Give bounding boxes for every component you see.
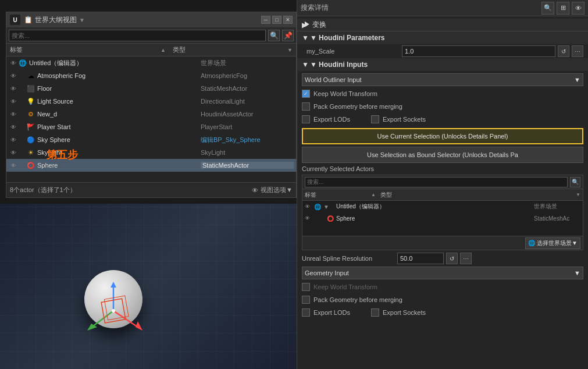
mini-search-btn[interactable]: 🔍 — [570, 177, 580, 187]
currently-selected-actors-label: Currently Selected Actors — [297, 164, 588, 173]
use-bound-selector-button[interactable]: Use Selection as Bound Selector (Unlocks… — [302, 147, 583, 163]
outliner-list: 👁 🌐 Untitled（编辑器） 世界场景 👁 ☁ Atmospheric F… — [6, 56, 296, 182]
outliner-search-input[interactable] — [9, 30, 266, 41]
svg-marker-1 — [111, 282, 116, 288]
geometry-input-dropdown[interactable]: Geometry Input ▼ — [302, 267, 583, 279]
type-column-header: 类型 ▼ — [169, 45, 296, 54]
item-type-icon: ☀ — [26, 148, 35, 157]
houdini-params-header[interactable]: ▼ ▼ Houdini Parameters — [297, 31, 588, 44]
svg-point-8 — [112, 309, 115, 313]
export-lods2-checkbox[interactable] — [302, 308, 310, 317]
list-item[interactable]: 👁 🚩 Player Start PlayerStart — [6, 120, 296, 133]
item-type-icon: ⚙ — [26, 109, 35, 119]
mini-list: 👁 🌐 ▼ Untitled（编辑器） 世界场景 👁 ⭕ Sphere Stat… — [302, 201, 583, 236]
param-name: my_Scale — [307, 48, 400, 55]
item-type-icon: 🌐 — [18, 58, 27, 68]
viewport — [0, 204, 297, 369]
grid-view-btn[interactable]: ⊞ — [557, 2, 569, 15]
item-type: AtmosphericFog — [201, 72, 294, 79]
visibility-icon: 👁 — [9, 162, 18, 169]
close-button[interactable]: ✕ — [283, 16, 293, 24]
transform-gizmo — [84, 282, 142, 340]
list-item[interactable]: 👁 ⚙ New_d HoudiniAssetActor — [6, 108, 296, 120]
pack-geometry2-checkbox[interactable] — [302, 296, 310, 304]
visibility-icon: 👁 — [9, 150, 18, 156]
mini-eye-icon: 👁 — [305, 215, 313, 221]
param-reset-btn[interactable]: ↺ — [558, 45, 569, 57]
pin-button[interactable]: 📌 — [282, 30, 294, 41]
ue-logo: U — [10, 15, 20, 25]
transform-label: ▶ 变换 — [304, 20, 326, 30]
export-sockets2-checkbox[interactable] — [371, 308, 379, 317]
mini-item-type: 世界场景 — [534, 203, 580, 211]
maximize-button[interactable]: □ — [272, 16, 281, 24]
item-indent: ⬛ — [18, 84, 37, 93]
export-sockets-checkbox[interactable] — [371, 115, 379, 123]
actor-count: 8个actor（选择了1个） — [10, 186, 76, 194]
list-item[interactable]: 👁 🔵 Sky Sphere 编辑BP_Sky_Sphere — [6, 133, 296, 146]
select-world-label: 🌐 选择世界场景▼ — [528, 239, 578, 247]
param-extra-btn[interactable]: ⋯ — [572, 45, 583, 57]
spline-reset-btn[interactable]: ↺ — [446, 253, 458, 264]
right-panel: 搜索详情 🔍 ⊞ 👁 ▶ ▶ 变换 ▼ ▼ Houdini Parameters… — [297, 0, 588, 369]
svg-line-2 — [113, 311, 140, 328]
dropdown-arrow: ▼ — [574, 76, 580, 83]
mini-type-icon: ⭕ — [327, 215, 335, 222]
outliner-toolbar: 🔍 📌 — [6, 27, 296, 44]
houdini-inputs-header[interactable]: ▼ ▼ Houdini Inputs — [297, 58, 588, 71]
spline-extra-btn[interactable]: ⋯ — [460, 253, 472, 264]
export-row: Export LODs Export Sockets — [297, 113, 588, 126]
section-arrow: ▼ — [302, 61, 309, 69]
outliner-search-button[interactable]: 🔍 — [268, 30, 280, 41]
mini-list-item[interactable]: 👁 ⭕ Sphere StaticMeshAc — [302, 212, 583, 224]
item-name: Sphere — [37, 162, 201, 169]
pack-geometry2-label: Pack Geometry before merging — [313, 296, 402, 303]
mini-item-type: StaticMeshAc — [534, 215, 580, 222]
pack-geometry2-row: Pack Geometry before merging — [297, 293, 588, 306]
list-item[interactable]: 👁 🌐 Untitled（编辑器） 世界场景 — [6, 56, 296, 69]
label-sort-arrow: ▲ — [161, 47, 166, 53]
mini-item-name: Sphere — [336, 215, 533, 222]
visibility-icon: 👁 — [9, 137, 18, 143]
item-type: StaticMeshActor — [201, 85, 294, 92]
visibility-icon: 👁 — [9, 86, 18, 92]
export-lods-checkbox[interactable] — [302, 115, 310, 123]
pack-geometry-checkbox[interactable] — [302, 102, 310, 111]
list-item[interactable]: 👁 ☁ Atmospheric Fog AtmosphericFog — [6, 69, 296, 82]
item-indent: 🔵 — [18, 135, 37, 144]
list-item[interactable]: 👁 💡 Light Source DirectionalLight — [6, 95, 296, 108]
keep-world-transform-row: ✓ Keep World Transform — [297, 87, 588, 100]
mini-eye-icon: 👁 — [305, 204, 313, 210]
export-lods2-label: Export LODs — [313, 309, 350, 316]
mini-search-input[interactable] — [305, 177, 568, 187]
step-annotation: 第五步 — [47, 148, 78, 162]
mini-list-item[interactable]: 👁 🌐 ▼ Untitled（编辑器） 世界场景 — [302, 201, 583, 212]
pack-geometry-label: Pack Geometry before merging — [313, 103, 402, 110]
spline-value-input[interactable] — [397, 253, 444, 264]
mini-footer: 🌐 选择世界场景▼ — [302, 236, 583, 250]
keep-world-transform2-label: Keep World Transform — [313, 283, 377, 290]
view-options-button[interactable]: 👁 视图选项▼ — [252, 186, 293, 194]
item-type-icon: ⬛ — [26, 84, 35, 93]
use-current-selection-button[interactable]: Use Current Selection (Unlocks Details P… — [302, 128, 583, 144]
minimize-button[interactable]: ─ — [261, 16, 270, 24]
keep-world-transform2-row: Keep World Transform — [297, 281, 588, 293]
pack-geometry-row: Pack Geometry before merging — [297, 100, 588, 113]
search-icon-btn[interactable]: 🔍 — [541, 2, 554, 15]
param-value-input[interactable] — [402, 45, 555, 57]
world-outliner-dropdown[interactable]: World Outliner Input ▼ — [302, 73, 583, 86]
eye-view-btn[interactable]: 👁 — [572, 2, 585, 15]
left-panel: U 📋 世界大纲视图 ▼ ─ □ ✕ 🔍 📌 标签 ▲ — [0, 0, 297, 369]
world-outliner-input-row: World Outliner Input ▼ — [297, 72, 588, 87]
view-options-label: 视图选项▼ — [261, 186, 293, 194]
keep-world-transform-checkbox[interactable]: ✓ — [302, 90, 310, 98]
select-world-button[interactable]: 🌐 选择世界场景▼ — [525, 237, 580, 249]
keep-world-transform2-checkbox[interactable] — [302, 283, 310, 291]
param-row-scale: my_Scale ↺ ⋯ — [297, 44, 588, 58]
item-type: 编辑BP_Sky_Sphere — [201, 136, 294, 144]
transform-section-header[interactable]: ▶ ▶ 变换 — [297, 19, 588, 31]
outliner-titlebar: U 📋 世界大纲视图 ▼ ─ □ ✕ — [6, 12, 296, 27]
list-item[interactable]: 👁 ⬛ Floor StaticMeshActor — [6, 82, 296, 95]
houdini-inputs-content: World Outliner Input ▼ ✓ Keep World Tran… — [297, 71, 588, 320]
export-lods-label: Export LODs — [313, 116, 350, 123]
